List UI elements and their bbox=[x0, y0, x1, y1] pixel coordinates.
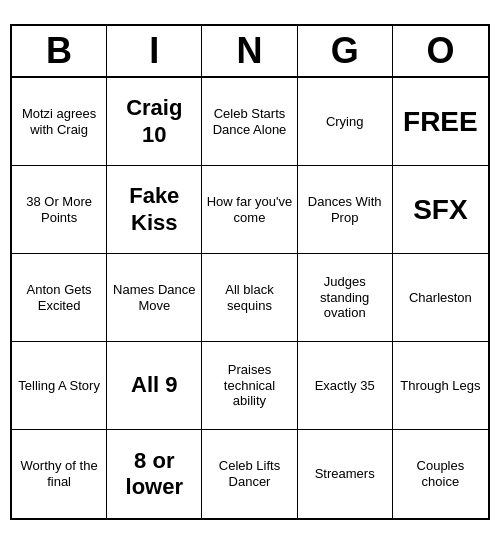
bingo-cell[interactable]: 38 Or More Points bbox=[12, 166, 107, 254]
bingo-cell[interactable]: Exactly 35 bbox=[298, 342, 393, 430]
bingo-cell[interactable]: Crying bbox=[298, 78, 393, 166]
bingo-cell[interactable]: Names Dance Move bbox=[107, 254, 202, 342]
bingo-cell[interactable]: Motzi agrees with Craig bbox=[12, 78, 107, 166]
bingo-cell[interactable]: 8 or lower bbox=[107, 430, 202, 518]
bingo-cell[interactable]: Celeb Starts Dance Alone bbox=[202, 78, 297, 166]
bingo-cell[interactable]: SFX bbox=[393, 166, 488, 254]
bingo-cell[interactable]: Dances With Prop bbox=[298, 166, 393, 254]
bingo-cell[interactable]: Craig 10 bbox=[107, 78, 202, 166]
bingo-cell[interactable]: Couples choice bbox=[393, 430, 488, 518]
bingo-card: BINGO Motzi agrees with CraigCraig 10Cel… bbox=[10, 24, 490, 520]
bingo-cell[interactable]: Streamers bbox=[298, 430, 393, 518]
header-letter: N bbox=[202, 26, 297, 76]
bingo-cell[interactable]: Through Legs bbox=[393, 342, 488, 430]
bingo-header: BINGO bbox=[12, 26, 488, 78]
bingo-cell[interactable]: Celeb Lifts Dancer bbox=[202, 430, 297, 518]
header-letter: G bbox=[298, 26, 393, 76]
header-letter: B bbox=[12, 26, 107, 76]
bingo-grid: Motzi agrees with CraigCraig 10Celeb Sta… bbox=[12, 78, 488, 518]
header-letter: O bbox=[393, 26, 488, 76]
bingo-cell[interactable]: Praises technical ability bbox=[202, 342, 297, 430]
bingo-cell[interactable]: Worthy of the final bbox=[12, 430, 107, 518]
bingo-cell[interactable]: How far you've come bbox=[202, 166, 297, 254]
bingo-cell[interactable]: Judges standing ovation bbox=[298, 254, 393, 342]
bingo-cell[interactable]: Telling A Story bbox=[12, 342, 107, 430]
header-letter: I bbox=[107, 26, 202, 76]
bingo-cell[interactable]: All black sequins bbox=[202, 254, 297, 342]
bingo-cell[interactable]: Charleston bbox=[393, 254, 488, 342]
bingo-cell[interactable]: FREE bbox=[393, 78, 488, 166]
bingo-cell[interactable]: Fake Kiss bbox=[107, 166, 202, 254]
bingo-cell[interactable]: Anton Gets Excited bbox=[12, 254, 107, 342]
bingo-cell[interactable]: All 9 bbox=[107, 342, 202, 430]
